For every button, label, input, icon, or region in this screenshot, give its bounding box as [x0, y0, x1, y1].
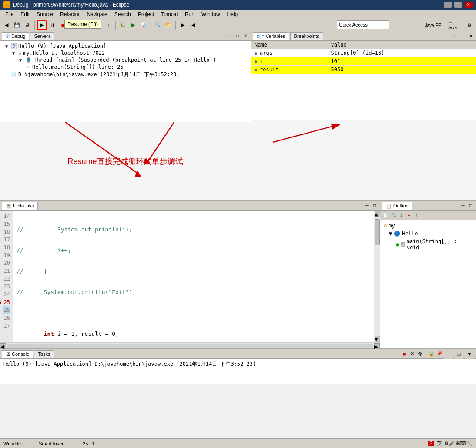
- tb-next-button[interactable]: ▶: [178, 20, 188, 30]
- console-tab[interactable]: 🖥 Console: [2, 350, 33, 358]
- restore-button[interactable]: □: [454, 2, 462, 8]
- persp-gear[interactable]: ⚙: [465, 20, 474, 30]
- outline-hello-label: Hello: [402, 231, 418, 237]
- editor-content[interactable]: 14 15 16 17 18 19 20 21 22 23 24 ● 25 25: [0, 211, 380, 342]
- h-scroll-track[interactable]: [7, 344, 373, 348]
- tb-debug-button[interactable]: 🐛: [118, 20, 127, 30]
- quick-access-input[interactable]: [337, 20, 389, 29]
- outline-tb-btn4[interactable]: ●: [406, 212, 412, 219]
- outline-item-my[interactable]: ⊕ my: [382, 222, 474, 230]
- vars-minimize-btn[interactable]: ─: [452, 33, 459, 40]
- tasks-tab[interactable]: Tasks: [34, 350, 54, 358]
- debug-tab-label: Debug: [11, 33, 25, 39]
- var-row-result[interactable]: ● result 5050: [251, 66, 476, 74]
- app-badge: J: [11, 43, 17, 49]
- tree-thread-label: Thread [main] (Suspended (breakpoint at …: [34, 57, 216, 63]
- console-terminate-btn[interactable]: ■: [401, 351, 408, 358]
- h-scrollbar[interactable]: ◀ ▶: [0, 342, 380, 348]
- menu-source[interactable]: Source: [33, 10, 57, 18]
- vars-maximize-btn[interactable]: □: [459, 33, 466, 40]
- console-clear-btn[interactable]: 🗑: [416, 351, 423, 358]
- debug-tree: ▼ J Hello (9) [Java Application] ▼ ☕ my.…: [0, 41, 251, 122]
- tree-item-app[interactable]: ▼ J Hello (9) [Java Application]: [2, 43, 249, 50]
- menu-run[interactable]: Run: [181, 10, 198, 18]
- persp-java[interactable]: ☕Java: [446, 20, 463, 30]
- vars-close-btn[interactable]: ✕: [467, 33, 474, 40]
- outline-tb-btn2[interactable]: 🔍: [390, 212, 397, 219]
- tree-item-process[interactable]: 📄 D:\javahome\bin\javaw.exe (2021年1月14日 …: [2, 70, 249, 79]
- menu-search[interactable]: Search: [111, 10, 134, 18]
- var-row-i[interactable]: ● i 101: [251, 57, 476, 66]
- h-scroll-right[interactable]: ▶: [374, 343, 380, 348]
- menu-file[interactable]: File: [2, 10, 17, 18]
- debug-tab-bar: ⚙ Debug Servers ─ □ ✕: [0, 31, 251, 41]
- annotation-area: Resume直接完成循环的单步调试: [0, 122, 251, 200]
- scroll-up-btn[interactable]: ▲: [375, 211, 380, 217]
- tb-print-button[interactable]: 🖨: [23, 20, 32, 30]
- tb-sep4: [151, 21, 151, 30]
- svg-line-4: [273, 125, 338, 142]
- tb-back-button[interactable]: ◀: [2, 20, 11, 30]
- tb-run-button[interactable]: ▶: [128, 20, 138, 30]
- var-row-args[interactable]: ● args String[0] (id=16): [251, 49, 476, 57]
- debug-minimize-btn[interactable]: ─: [226, 33, 233, 40]
- tb-open-button[interactable]: 📂: [164, 20, 173, 30]
- editor-tab-actions: ─ □: [363, 202, 378, 209]
- menu-window[interactable]: Window: [198, 10, 224, 18]
- menu-project[interactable]: Project: [134, 10, 158, 18]
- editor-scrollbar[interactable]: ▲ ▼: [374, 211, 380, 342]
- debug-tab[interactable]: ⚙ Debug: [2, 32, 29, 40]
- annotation-text: Resume直接完成循环的单步调试: [67, 156, 183, 167]
- outline-tb-btn3[interactable]: ↕: [398, 212, 405, 219]
- servers-tab[interactable]: Servers: [30, 32, 54, 40]
- console-pin-btn[interactable]: 📌: [436, 351, 443, 358]
- menu-tomcat[interactable]: Tomcat: [158, 10, 181, 18]
- console-scroll-lock-btn[interactable]: 🔒: [428, 351, 435, 358]
- h-scroll-left[interactable]: ◀: [0, 343, 6, 348]
- tb-suspend-button[interactable]: ⏸: [47, 20, 57, 30]
- editor-minimize-btn[interactable]: ─: [363, 202, 370, 209]
- tb-stepreturn-button[interactable]: ↑: [104, 20, 113, 30]
- outline-tb-btn5[interactable]: ↑: [413, 212, 420, 219]
- tb-search-button[interactable]: 🔍: [153, 20, 163, 30]
- persp-javaee[interactable]: Java EE: [422, 20, 444, 30]
- minimize-button[interactable]: ─: [444, 2, 452, 8]
- debug-close-btn[interactable]: ✕: [242, 33, 249, 40]
- close-button[interactable]: ✕: [465, 2, 473, 8]
- scroll-down-btn[interactable]: ▼: [375, 336, 380, 342]
- tree-item-thread[interactable]: ▼ 🧵 Thread [main] (Suspended (breakpoint…: [2, 57, 249, 64]
- console-remove-btn[interactable]: ✕: [409, 351, 416, 358]
- scroll-thumb[interactable]: [375, 219, 380, 245]
- tb-prev-button[interactable]: ◀: [188, 20, 198, 30]
- console-maximize-btn[interactable]: □: [454, 349, 464, 359]
- outline-minimize-btn[interactable]: ─: [459, 202, 466, 209]
- tree-item-frame[interactable]: ≡ Hello.main(String[]) line: 25: [2, 64, 249, 70]
- console-view-menu-btn[interactable]: ▼: [465, 349, 474, 359]
- variables-tab[interactable]: (x)= Variables: [253, 32, 289, 40]
- console-minimize-btn[interactable]: ─: [444, 349, 453, 359]
- outline-maximize-btn[interactable]: □: [467, 202, 474, 209]
- menu-refactor[interactable]: Refactor: [57, 10, 83, 18]
- breakpoints-tab[interactable]: Breakpoints: [290, 32, 323, 40]
- menu-help[interactable]: Help: [224, 10, 241, 18]
- main-layout: ⚙ Debug Servers ─ □ ✕ ▼ J Hello (9) [Jav…: [0, 31, 476, 438]
- outline-tab-actions: ─ □: [459, 202, 474, 209]
- menu-navigate[interactable]: Navigate: [83, 10, 111, 18]
- status-lang-icon: S: [428, 441, 434, 446]
- tb-resume-button[interactable]: ▶: [37, 20, 47, 30]
- outline-tab-bar: 📋 Outline ─ □: [380, 201, 476, 211]
- editor-tab[interactable]: ☕ Hello.java: [2, 202, 38, 210]
- tb-coverage-button[interactable]: 📊: [139, 20, 148, 30]
- outline-item-main[interactable]: ● S main(String[]) : void: [382, 237, 474, 251]
- window-title: Debug - primer09While/src/my/Hello.java …: [13, 2, 444, 8]
- outline-tab[interactable]: 📋 Outline: [382, 202, 412, 210]
- window-controls[interactable]: ─ □ ✕: [444, 2, 473, 8]
- outline-item-hello[interactable]: ▼ 🔵 Hello: [382, 230, 474, 237]
- editor-maximize-btn[interactable]: □: [371, 202, 378, 209]
- outline-tb-btn1[interactable]: 📄: [382, 212, 389, 219]
- menu-edit[interactable]: Edit: [17, 10, 33, 18]
- tb-save-button[interactable]: 💾: [12, 20, 22, 30]
- tree-item-host[interactable]: ▼ ☕ my.Hello at localhost:7022: [2, 50, 249, 57]
- code-area[interactable]: // System.out.println(i); // i++; // } /…: [13, 211, 374, 342]
- debug-maximize-btn[interactable]: □: [234, 33, 241, 40]
